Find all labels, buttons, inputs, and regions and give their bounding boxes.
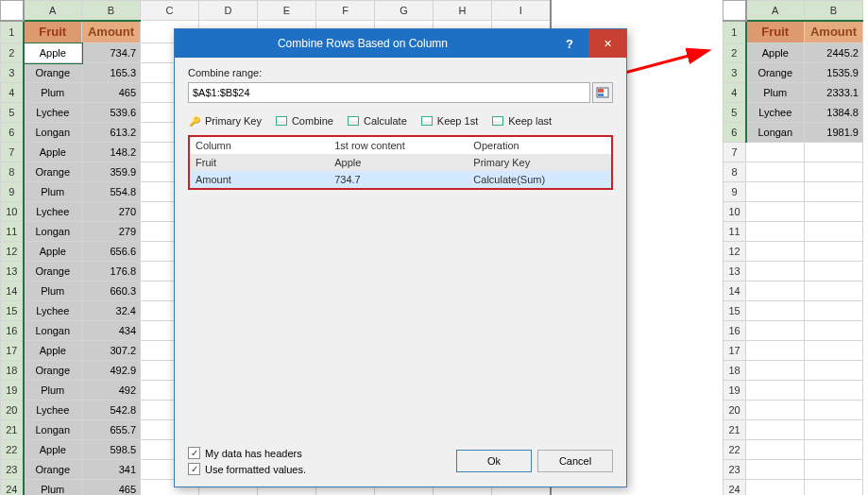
row-header[interactable]: 23 [723, 460, 746, 480]
cell[interactable] [805, 143, 863, 162]
row-header[interactable]: 12 [723, 242, 746, 262]
row-header[interactable]: 13 [1, 262, 24, 282]
row-header[interactable]: 16 [723, 321, 746, 341]
row-header[interactable]: 23 [1, 460, 24, 480]
cell[interactable]: Amount [82, 21, 141, 43]
cell[interactable] [746, 143, 805, 162]
cell[interactable] [746, 420, 805, 440]
cell[interactable] [805, 202, 863, 222]
cell[interactable]: 176.8 [82, 262, 141, 282]
row-header[interactable]: 9 [1, 182, 24, 202]
cell[interactable]: Apple [24, 440, 82, 460]
cell[interactable] [805, 381, 863, 401]
cell[interactable]: 655.7 [82, 420, 141, 440]
column-header[interactable]: E [258, 1, 316, 21]
row-header[interactable]: 5 [1, 103, 24, 123]
row-header[interactable]: 4 [723, 83, 746, 103]
cell[interactable] [746, 341, 805, 361]
cell[interactable] [746, 282, 805, 301]
cell[interactable]: 613.2 [82, 123, 141, 143]
row-header[interactable]: 10 [1, 202, 24, 222]
cell[interactable]: 148.2 [82, 143, 141, 162]
cell[interactable] [805, 262, 863, 282]
row-header[interactable]: 3 [1, 63, 24, 83]
row-header[interactable]: 15 [1, 301, 24, 321]
row-header[interactable]: 12 [1, 242, 24, 262]
row-header[interactable]: 22 [1, 440, 24, 460]
cell[interactable] [805, 321, 863, 341]
column-header[interactable]: I [492, 1, 551, 21]
row-header[interactable]: 5 [723, 103, 746, 123]
cell[interactable] [746, 262, 805, 282]
cell[interactable]: 279 [82, 222, 141, 242]
cell[interactable]: 307.2 [82, 341, 141, 361]
cell[interactable]: 465 [82, 480, 141, 496]
select-all[interactable] [1, 1, 24, 21]
cell[interactable]: Orange [24, 262, 82, 282]
row-header[interactable]: 6 [723, 123, 746, 143]
row-header[interactable]: 8 [1, 162, 24, 182]
formatted-checkbox[interactable]: ✓ [188, 463, 200, 475]
cell[interactable] [746, 440, 805, 460]
cell[interactable]: Apple [24, 242, 82, 262]
row-header[interactable]: 6 [1, 123, 24, 143]
keep-first-button[interactable]: Keep 1st [420, 114, 478, 128]
cell[interactable] [746, 182, 805, 202]
help-button[interactable]: ? [551, 29, 588, 58]
cell[interactable] [805, 401, 863, 420]
cell[interactable]: Lychee [24, 401, 82, 420]
column-header[interactable]: A [746, 1, 805, 21]
cell[interactable]: 1384.8 [805, 103, 863, 123]
cell[interactable]: Lychee [24, 301, 82, 321]
cell[interactable]: 434 [82, 321, 141, 341]
column-header[interactable]: H [434, 1, 492, 21]
cell[interactable]: 660.3 [82, 282, 141, 301]
row-header[interactable]: 24 [723, 480, 746, 496]
row-header[interactable]: 9 [723, 182, 746, 202]
grid-row[interactable]: Amount734.7Calculate(Sum) [190, 171, 611, 188]
cell[interactable]: Longan [24, 123, 82, 143]
cell[interactable] [746, 222, 805, 242]
cell[interactable]: 1535.9 [805, 63, 863, 83]
cell[interactable] [805, 361, 863, 381]
cell[interactable]: 554.8 [82, 182, 141, 202]
cell[interactable] [746, 162, 805, 182]
cell[interactable]: Longan [24, 420, 82, 440]
row-header[interactable]: 3 [723, 63, 746, 83]
cell[interactable]: Fruit [24, 21, 82, 43]
row-header[interactable]: 18 [1, 361, 24, 381]
cell[interactable] [805, 301, 863, 321]
cell[interactable]: Apple [746, 43, 805, 63]
cell[interactable] [805, 182, 863, 202]
cell[interactable] [805, 162, 863, 182]
ok-button[interactable]: Ok [456, 450, 532, 472]
cell[interactable]: 359.9 [82, 162, 141, 182]
row-header[interactable]: 21 [723, 420, 746, 440]
column-header[interactable]: B [82, 1, 141, 21]
row-header[interactable]: 19 [723, 381, 746, 401]
cell[interactable] [805, 222, 863, 242]
cell[interactable]: 539.6 [82, 103, 141, 123]
row-header[interactable]: 21 [1, 420, 24, 440]
row-header[interactable]: 22 [723, 440, 746, 460]
row-header[interactable]: 14 [723, 282, 746, 301]
cell[interactable] [746, 361, 805, 381]
cell[interactable] [746, 480, 805, 496]
cell[interactable] [746, 381, 805, 401]
keep-last-button[interactable]: Keep last [491, 114, 552, 128]
cell[interactable]: 492 [82, 381, 141, 401]
cell[interactable]: Longan [746, 123, 805, 143]
cell[interactable]: Amount [805, 21, 863, 43]
row-header[interactable]: 2 [1, 43, 24, 63]
column-header[interactable]: B [805, 1, 863, 21]
cell[interactable]: 734.7 [82, 43, 141, 63]
dialog-titlebar[interactable]: Combine Rows Based on Column ? ✕ [175, 29, 626, 58]
row-header[interactable]: 8 [723, 162, 746, 182]
cell[interactable]: Orange [746, 63, 805, 83]
cancel-button[interactable]: Cancel [537, 450, 613, 472]
cell[interactable]: 465 [82, 83, 141, 103]
cell[interactable]: 2333.1 [805, 83, 863, 103]
cell[interactable]: Fruit [746, 21, 805, 43]
cell[interactable]: 32.4 [82, 301, 141, 321]
cell[interactable]: 165.3 [82, 63, 141, 83]
